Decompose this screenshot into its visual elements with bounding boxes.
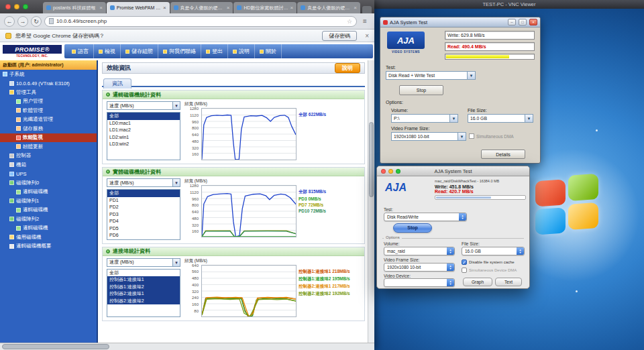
menu-item[interactable]: 與我們聯絡 — [158, 44, 201, 58]
address-bar[interactable]: 10.0.6.49/screen.php ☆ — [44, 16, 357, 27]
vnc-viewer-titlebar[interactable]: TEST-PC - VNC Viewer — [374, 0, 644, 9]
tree-item[interactable]: 備用磁碟機 — [0, 233, 97, 242]
graph-button[interactable]: Graph — [463, 278, 492, 286]
video-frame-size-select[interactable]: 1920x1080 10-bit ▲▼ — [384, 263, 455, 272]
minimize-window-button[interactable] — [14, 4, 19, 9]
browser-tab[interactable]: Promise WebPAM PROe× — [107, 2, 170, 13]
tree-item[interactable]: 控制器 — [0, 152, 97, 161]
listbox-item[interactable]: PD6 — [107, 232, 180, 239]
stop-button[interactable]: Stop — [399, 85, 443, 95]
aja-win-titlebar[interactable]: AJA System Test – □ × — [380, 17, 540, 27]
tree-item[interactable]: 磁碟陣列2 — [0, 215, 97, 224]
chrome-menu-icon[interactable]: ≡ — [360, 17, 370, 26]
tab-close-icon[interactable]: × — [163, 5, 166, 11]
browser-tab[interactable]: 真是令人傻眼的硬碟速度!!-Fo...× — [170, 2, 233, 13]
vertical-scrollbar-thumb[interactable] — [369, 122, 374, 197]
test-select[interactable]: Disk Read + Write Test ▼ — [386, 71, 476, 80]
video-frame-size-select[interactable]: 1920x1080 10-bit ▼ — [391, 132, 466, 141]
bookmark-star-icon[interactable]: ☆ — [347, 18, 352, 25]
volume-select[interactable]: mac_raid ▲▼ — [384, 247, 455, 255]
file-size-select[interactable]: 16.0 GB ▼ — [468, 114, 533, 123]
tree-item[interactable]: 儲存服務 — [0, 124, 97, 133]
tree-item[interactable]: 邏輯磁碟機 — [0, 224, 97, 233]
tab-close-icon[interactable]: × — [99, 5, 103, 11]
minimize-window-button[interactable] — [388, 169, 393, 174]
close-window-button[interactable] — [5, 4, 11, 9]
tab-info[interactable]: 資訊 — [103, 78, 131, 89]
aja-mac-titlebar[interactable]: AJA System Test — [377, 166, 529, 176]
listbox-item[interactable]: PD3 — [107, 211, 180, 219]
simultaneous-dma-checkbox[interactable]: Simultaneous Device DMA — [462, 268, 517, 273]
save-password-button[interactable]: 儲存密碼 — [322, 31, 357, 41]
close-window-button[interactable] — [381, 169, 386, 174]
listbox-item[interactable]: PD2 — [107, 204, 180, 211]
listbox-item[interactable]: 控制器2:連接埠1 — [107, 290, 180, 298]
maximize-button[interactable]: □ — [519, 19, 527, 25]
tree-item[interactable]: 軟體管理 — [0, 106, 97, 115]
menu-item[interactable]: 語言 — [67, 44, 94, 58]
tree-item[interactable]: 磁碟陣列0 — [0, 178, 97, 188]
horizontal-scrollbar-thumb[interactable] — [2, 344, 109, 349]
speed-unit-select[interactable]: 速度 (MB/s) ▾ — [107, 101, 180, 110]
tree-item[interactable]: UPS — [0, 170, 97, 179]
tree-item[interactable]: 管理工具 — [0, 88, 97, 97]
tab-close-icon[interactable]: × — [354, 5, 357, 11]
close-button[interactable]: × — [529, 19, 537, 25]
listbox-item[interactable]: 全部 — [107, 113, 180, 120]
test-select[interactable]: Disk Read/Write ▲▼ — [384, 213, 467, 221]
listbox-item[interactable]: LD0:mac1 — [107, 120, 180, 127]
tree-item[interactable]: 子系統 — [0, 70, 97, 79]
listbox-item[interactable]: PD1 — [107, 197, 180, 205]
listbox-item[interactable]: PD4 — [107, 218, 180, 225]
minimize-button[interactable]: – — [508, 19, 516, 25]
tree-item[interactable]: 光纖通道管理 — [0, 115, 97, 125]
listbox-item[interactable]: 全部 — [107, 270, 180, 277]
browser-tab[interactable]: 真是令人傻眼的硬碟速度!!-H...× — [297, 2, 360, 13]
listbox-item[interactable]: LD1:mac2 — [107, 127, 180, 134]
text-button[interactable]: Text — [495, 278, 522, 286]
tree-item[interactable]: 磁碟陣列1 — [0, 196, 97, 206]
zoom-window-button[interactable] — [23, 4, 28, 9]
details-button[interactable]: Details — [481, 150, 525, 159]
listbox-item[interactable]: 全部 — [107, 190, 180, 197]
tree-item[interactable]: 機箱 — [0, 160, 97, 170]
refresh-button[interactable]: ↻ — [31, 16, 42, 27]
tree-item[interactable]: 邏輯磁碟機 — [0, 206, 97, 215]
listbox-item[interactable]: 控制器1:連接埠2 — [107, 284, 180, 291]
listbox-item[interactable]: 控制器2:連接埠2 — [107, 298, 180, 305]
tab-close-icon[interactable]: × — [290, 5, 294, 11]
menu-item[interactable]: 檢視 — [94, 44, 121, 58]
disable-cache-checkbox[interactable]: ✓ Disable file system cache — [462, 259, 515, 265]
menu-item[interactable]: 關於 — [255, 44, 282, 58]
back-button[interactable]: ← — [4, 16, 15, 27]
menu-item[interactable]: 說明 — [228, 44, 255, 58]
tree-item[interactable]: 10.0.6.49 (VTrak E310f) — [0, 79, 97, 89]
new-tab-button[interactable] — [362, 6, 372, 13]
listbox-item[interactable]: 控制器1:連接埠1 — [107, 276, 180, 284]
listbox-item[interactable]: LD2:win1 — [107, 134, 180, 141]
tree-item[interactable]: 韌體更新 — [0, 142, 97, 152]
stop-button[interactable]: Stop — [393, 223, 432, 233]
notification-close-icon[interactable]: × — [365, 32, 369, 40]
tree-item[interactable]: 用户管理 — [0, 97, 97, 107]
browser-tab[interactable]: HD數位家庭軟體討論區--HD.Cl...× — [233, 2, 297, 13]
file-size-select[interactable]: 16.0 GB ▲▼ — [462, 247, 525, 255]
menu-item[interactable]: 儲存組態 — [121, 44, 158, 58]
help-button[interactable]: 說明 — [335, 63, 360, 73]
forward-button[interactable]: → — [17, 16, 28, 27]
speed-unit-select[interactable]: 速度 (MB/s) ▾ — [107, 258, 180, 267]
tab-close-icon[interactable]: × — [227, 5, 230, 11]
listbox-item[interactable]: LD3:win2 — [107, 141, 180, 148]
horizontal-scrollbar[interactable] — [0, 343, 374, 350]
menu-item[interactable]: 登出 — [201, 44, 228, 58]
tree-item[interactable]: 邏輯磁碟機 — [0, 188, 97, 197]
speed-unit-select[interactable]: 速度 (MB/s) ▾ — [107, 178, 180, 187]
video-device-select[interactable]: ▲▼ — [384, 278, 455, 287]
tree-item[interactable]: 效能監視 — [0, 133, 97, 143]
listbox-item[interactable]: PD5 — [107, 225, 180, 233]
vertical-scrollbar[interactable] — [368, 60, 374, 343]
zoom-window-button[interactable] — [396, 169, 400, 174]
browser-tab[interactable]: postants 科技媒體報× — [43, 2, 106, 13]
volume-select[interactable]: P:\ ▼ — [391, 114, 458, 123]
tree-item[interactable]: 邏輯磁碟機概要 — [0, 242, 97, 251]
